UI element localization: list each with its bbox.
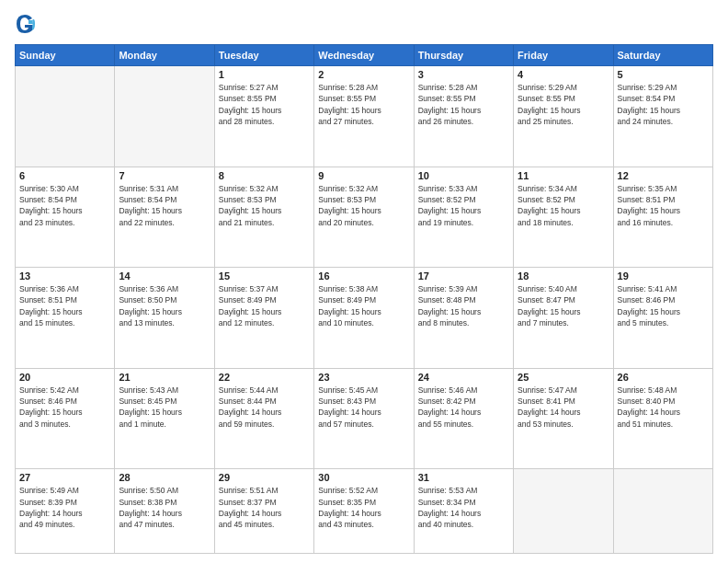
- weekday-header-monday: Monday: [115, 45, 214, 66]
- day-number: 29: [219, 472, 310, 483]
- day-info: Sunrise: 5:44 AM Sunset: 8:44 PM Dayligh…: [219, 385, 310, 430]
- calendar-cell: 2Sunrise: 5:28 AM Sunset: 8:55 PM Daylig…: [314, 66, 414, 167]
- calendar-cell: 6Sunrise: 5:30 AM Sunset: 8:54 PM Daylig…: [16, 167, 115, 268]
- weekday-header-tuesday: Tuesday: [214, 45, 313, 66]
- calendar-cell: 22Sunrise: 5:44 AM Sunset: 8:44 PM Dayli…: [214, 368, 313, 469]
- weekday-header-saturday: Saturday: [613, 45, 712, 66]
- day-info: Sunrise: 5:33 AM Sunset: 8:52 PM Dayligh…: [418, 183, 509, 228]
- calendar-cell: [16, 66, 115, 167]
- day-number: 2: [318, 69, 409, 80]
- calendar-cell: [613, 469, 712, 554]
- calendar-cell: [115, 66, 214, 167]
- day-number: 3: [418, 69, 509, 80]
- day-info: Sunrise: 5:41 AM Sunset: 8:46 PM Dayligh…: [618, 283, 709, 328]
- calendar-cell: 7Sunrise: 5:31 AM Sunset: 8:54 PM Daylig…: [115, 167, 214, 268]
- weekday-header-wednesday: Wednesday: [314, 45, 414, 66]
- calendar-cell: 3Sunrise: 5:28 AM Sunset: 8:55 PM Daylig…: [414, 66, 513, 167]
- day-info: Sunrise: 5:45 AM Sunset: 8:43 PM Dayligh…: [318, 385, 409, 430]
- calendar-cell: 13Sunrise: 5:36 AM Sunset: 8:51 PM Dayli…: [16, 268, 115, 369]
- day-number: 12: [618, 170, 709, 181]
- day-number: 14: [119, 270, 210, 282]
- day-info: Sunrise: 5:35 AM Sunset: 8:51 PM Dayligh…: [618, 183, 709, 228]
- day-info: Sunrise: 5:32 AM Sunset: 8:53 PM Dayligh…: [318, 183, 409, 228]
- day-number: 26: [618, 372, 709, 383]
- calendar-cell: 24Sunrise: 5:46 AM Sunset: 8:42 PM Dayli…: [414, 368, 513, 469]
- calendar-cell: 1Sunrise: 5:27 AM Sunset: 8:55 PM Daylig…: [214, 66, 313, 167]
- day-number: 22: [219, 372, 310, 383]
- logo: [15, 11, 37, 37]
- weekday-header-row: SundayMondayTuesdayWednesdayThursdayFrid…: [16, 45, 713, 66]
- day-number: 28: [119, 472, 210, 483]
- day-number: 18: [518, 270, 609, 282]
- calendar-cell: 10Sunrise: 5:33 AM Sunset: 8:52 PM Dayli…: [414, 167, 513, 268]
- weekday-header-friday: Friday: [514, 45, 613, 66]
- day-number: 30: [318, 472, 409, 483]
- calendar-cell: 23Sunrise: 5:45 AM Sunset: 8:43 PM Dayli…: [314, 368, 414, 469]
- calendar-cell: 5Sunrise: 5:29 AM Sunset: 8:54 PM Daylig…: [613, 66, 712, 167]
- day-info: Sunrise: 5:46 AM Sunset: 8:42 PM Dayligh…: [418, 385, 509, 430]
- day-number: 10: [418, 170, 509, 181]
- day-number: 19: [618, 270, 709, 282]
- day-number: 9: [318, 170, 409, 181]
- calendar-cell: 25Sunrise: 5:47 AM Sunset: 8:41 PM Dayli…: [514, 368, 613, 469]
- calendar-cell: [514, 469, 613, 554]
- calendar-table: SundayMondayTuesdayWednesdayThursdayFrid…: [15, 44, 713, 554]
- calendar-cell: 18Sunrise: 5:40 AM Sunset: 8:47 PM Dayli…: [514, 268, 613, 369]
- day-number: 7: [119, 170, 210, 181]
- day-number: 23: [318, 372, 409, 383]
- weekday-header-sunday: Sunday: [16, 45, 115, 66]
- day-info: Sunrise: 5:36 AM Sunset: 8:51 PM Dayligh…: [19, 283, 110, 328]
- calendar-cell: 9Sunrise: 5:32 AM Sunset: 8:53 PM Daylig…: [314, 167, 414, 268]
- week-row-3: 13Sunrise: 5:36 AM Sunset: 8:51 PM Dayli…: [16, 268, 713, 369]
- day-number: 24: [418, 372, 509, 383]
- calendar-cell: 12Sunrise: 5:35 AM Sunset: 8:51 PM Dayli…: [613, 167, 712, 268]
- day-info: Sunrise: 5:53 AM Sunset: 8:34 PM Dayligh…: [418, 485, 509, 530]
- day-info: Sunrise: 5:32 AM Sunset: 8:53 PM Dayligh…: [219, 183, 310, 228]
- day-info: Sunrise: 5:49 AM Sunset: 8:39 PM Dayligh…: [19, 485, 110, 530]
- day-number: 6: [19, 170, 110, 181]
- calendar-cell: 28Sunrise: 5:50 AM Sunset: 8:38 PM Dayli…: [115, 469, 214, 554]
- calendar-cell: 15Sunrise: 5:37 AM Sunset: 8:49 PM Dayli…: [214, 268, 313, 369]
- calendar-cell: 14Sunrise: 5:36 AM Sunset: 8:50 PM Dayli…: [115, 268, 214, 369]
- day-info: Sunrise: 5:27 AM Sunset: 8:55 PM Dayligh…: [219, 82, 310, 127]
- day-info: Sunrise: 5:50 AM Sunset: 8:38 PM Dayligh…: [119, 485, 210, 530]
- day-info: Sunrise: 5:52 AM Sunset: 8:35 PM Dayligh…: [318, 485, 409, 530]
- day-number: 5: [618, 69, 709, 80]
- week-row-1: 1Sunrise: 5:27 AM Sunset: 8:55 PM Daylig…: [16, 66, 713, 167]
- day-info: Sunrise: 5:39 AM Sunset: 8:48 PM Dayligh…: [418, 283, 509, 328]
- day-info: Sunrise: 5:48 AM Sunset: 8:40 PM Dayligh…: [618, 385, 709, 430]
- day-info: Sunrise: 5:51 AM Sunset: 8:37 PM Dayligh…: [219, 485, 310, 530]
- calendar-cell: 8Sunrise: 5:32 AM Sunset: 8:53 PM Daylig…: [214, 167, 313, 268]
- calendar-cell: 17Sunrise: 5:39 AM Sunset: 8:48 PM Dayli…: [414, 268, 513, 369]
- calendar-cell: 4Sunrise: 5:29 AM Sunset: 8:55 PM Daylig…: [514, 66, 613, 167]
- calendar-cell: 30Sunrise: 5:52 AM Sunset: 8:35 PM Dayli…: [314, 469, 414, 554]
- day-number: 4: [518, 69, 609, 80]
- calendar-cell: 29Sunrise: 5:51 AM Sunset: 8:37 PM Dayli…: [214, 469, 313, 554]
- day-info: Sunrise: 5:28 AM Sunset: 8:55 PM Dayligh…: [418, 82, 509, 127]
- header: [15, 11, 713, 37]
- day-number: 20: [19, 372, 110, 383]
- day-info: Sunrise: 5:38 AM Sunset: 8:49 PM Dayligh…: [318, 283, 409, 328]
- day-info: Sunrise: 5:30 AM Sunset: 8:54 PM Dayligh…: [19, 183, 110, 228]
- day-number: 13: [19, 270, 110, 282]
- day-info: Sunrise: 5:37 AM Sunset: 8:49 PM Dayligh…: [219, 283, 310, 328]
- day-info: Sunrise: 5:43 AM Sunset: 8:45 PM Dayligh…: [119, 385, 210, 430]
- day-info: Sunrise: 5:31 AM Sunset: 8:54 PM Dayligh…: [119, 183, 210, 228]
- page: SundayMondayTuesdayWednesdayThursdayFrid…: [0, 0, 728, 563]
- calendar-cell: 19Sunrise: 5:41 AM Sunset: 8:46 PM Dayli…: [613, 268, 712, 369]
- day-number: 17: [418, 270, 509, 282]
- calendar-cell: 11Sunrise: 5:34 AM Sunset: 8:52 PM Dayli…: [514, 167, 613, 268]
- day-info: Sunrise: 5:36 AM Sunset: 8:50 PM Dayligh…: [119, 283, 210, 328]
- calendar-cell: 27Sunrise: 5:49 AM Sunset: 8:39 PM Dayli…: [16, 469, 115, 554]
- day-info: Sunrise: 5:29 AM Sunset: 8:55 PM Dayligh…: [518, 82, 609, 127]
- week-row-2: 6Sunrise: 5:30 AM Sunset: 8:54 PM Daylig…: [16, 167, 713, 268]
- day-info: Sunrise: 5:28 AM Sunset: 8:55 PM Dayligh…: [318, 82, 409, 127]
- day-number: 16: [318, 270, 409, 282]
- day-info: Sunrise: 5:47 AM Sunset: 8:41 PM Dayligh…: [518, 385, 609, 430]
- day-number: 11: [518, 170, 609, 181]
- logo-icon: [15, 11, 35, 37]
- day-info: Sunrise: 5:40 AM Sunset: 8:47 PM Dayligh…: [518, 283, 609, 328]
- day-number: 21: [119, 372, 210, 383]
- day-info: Sunrise: 5:34 AM Sunset: 8:52 PM Dayligh…: [518, 183, 609, 228]
- week-row-4: 20Sunrise: 5:42 AM Sunset: 8:46 PM Dayli…: [16, 368, 713, 469]
